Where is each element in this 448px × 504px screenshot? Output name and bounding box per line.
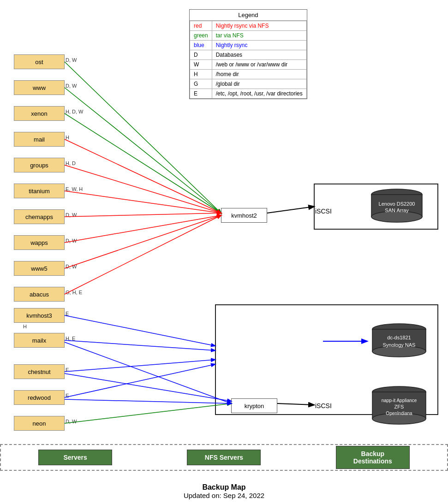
bottom-legend-bar: Servers NFS Servers Backup Destinations <box>0 444 448 471</box>
legend-e-label: E <box>190 89 212 99</box>
ann-chestnut: E <box>66 367 69 373</box>
svg-line-33 <box>65 364 215 397</box>
legend-red-value: Nightly rsync via NFS <box>212 21 306 31</box>
nfs-kvmhost2: kvmhost2 <box>221 208 267 223</box>
legend-w-value: /web or /www or /var/www dir <box>212 60 306 70</box>
cylinder-synology: dc-ds1821 Synology NAS <box>369 323 429 361</box>
ann-xenon: H, D, W <box>66 109 84 114</box>
svg-text:Lenovo DS2200: Lenovo DS2200 <box>379 201 415 207</box>
server-www5: www5 <box>14 261 65 276</box>
cylinder-napp: napp-it Appliance ZFS OpenIndiana <box>369 385 429 428</box>
legend-header: Legend <box>190 10 307 21</box>
legend-g-label: G <box>190 79 212 89</box>
svg-line-17 <box>65 88 221 213</box>
ann-chemapps: D, W <box>66 212 77 218</box>
footer: Backup Map Updated on: Sep 24, 2022 <box>0 483 448 499</box>
server-mail: mail <box>14 132 65 147</box>
server-www: www <box>14 80 65 95</box>
legend-d-label: D <box>190 50 212 60</box>
footer-subtitle: Updated on: Sep 24, 2022 <box>0 492 448 499</box>
ann-www: D, W <box>66 83 77 89</box>
svg-text:dc-ds1821: dc-ds1821 <box>387 335 411 340</box>
svg-text:OpenIndiana: OpenIndiana <box>386 411 412 416</box>
server-wapps: wapps <box>14 235 65 250</box>
bottom-servers-label: Servers <box>38 450 112 465</box>
legend-w-label: W <box>190 60 212 70</box>
server-redwood: redwood <box>14 390 65 405</box>
iscsi-label-napp: iSCSI <box>315 402 332 409</box>
ann-kvmhost3-e: E <box>66 311 69 316</box>
legend: Legend redNightly rsync via NFS greentar… <box>189 9 307 99</box>
server-abacus: abacus <box>14 287 65 302</box>
ann-groups: H, D <box>66 160 76 166</box>
svg-line-19 <box>65 403 231 423</box>
server-mailx: mailx <box>14 333 65 348</box>
legend-g-value: /global dir <box>212 79 306 89</box>
legend-h-value: /home dir <box>212 70 306 79</box>
svg-line-21 <box>65 165 221 213</box>
server-titanium: titanium <box>14 184 65 198</box>
server-kvmhost3: kvmhost3 <box>14 308 65 323</box>
footer-title: Backup Map <box>0 483 448 492</box>
svg-line-24 <box>65 215 221 243</box>
legend-blue-value: Nightly rsync <box>212 41 306 50</box>
legend-blue-label: blue <box>190 41 212 50</box>
legend-green-label: green <box>190 31 212 41</box>
svg-line-27 <box>267 207 314 213</box>
server-neon: neon <box>14 416 65 431</box>
ann-wapps: D, W <box>66 238 77 243</box>
legend-d-value: Databases <box>212 50 306 60</box>
svg-text:napp-it Appliance: napp-it Appliance <box>382 398 417 403</box>
svg-line-22 <box>65 191 221 213</box>
ann-redwood: E <box>66 393 69 398</box>
server-chestnut: chestnut <box>14 364 65 379</box>
legend-e-value: /etc, /opt, /root, /usr, /var directorie… <box>212 89 306 99</box>
nfs-krypton: krypton <box>231 398 277 413</box>
ann-mailx: H, E <box>66 336 75 341</box>
main-container: ost D, W www D, W xenon H, D, W mail H g… <box>0 0 448 504</box>
svg-line-29 <box>65 340 215 350</box>
bottom-nfs-label: NFS Servers <box>187 450 261 465</box>
svg-text:SAN Array: SAN Array <box>385 208 409 213</box>
svg-line-25 <box>65 215 221 268</box>
iscsi-label-lenovo: iSCSI <box>315 208 332 215</box>
server-xenon: xenon <box>14 106 65 121</box>
legend-green-value: tar via NFS <box>212 31 306 41</box>
svg-line-18 <box>65 113 221 213</box>
server-chemapps: chemapps <box>14 209 65 224</box>
ann-neon: D, W <box>66 419 77 424</box>
ann-www5: D, W <box>66 264 77 269</box>
server-ost: ost <box>14 54 65 69</box>
svg-line-20 <box>65 139 221 213</box>
svg-line-28 <box>65 315 215 346</box>
ann-titanium: E, W, H <box>66 186 83 192</box>
svg-line-32 <box>65 374 231 401</box>
svg-line-26 <box>65 215 221 294</box>
legend-red-label: red <box>190 21 212 31</box>
svg-text:ZFS: ZFS <box>394 404 404 409</box>
ann-abacus: G, H, E <box>66 290 82 295</box>
ann-ost: D, W <box>66 57 77 63</box>
svg-line-34 <box>65 399 231 403</box>
bottom-backup-label: Backup Destinations <box>336 446 410 469</box>
ann-kvmhost3-h: H <box>23 324 27 329</box>
svg-line-23 <box>65 213 221 217</box>
svg-line-31 <box>65 360 215 372</box>
svg-line-30 <box>65 342 231 403</box>
svg-text:Synology NAS: Synology NAS <box>383 342 416 348</box>
cylinder-lenovo: Lenovo DS2200 SAN Array <box>369 188 424 226</box>
legend-h-label: H <box>190 70 212 79</box>
server-groups: groups <box>14 158 65 172</box>
ann-mail: H <box>66 135 69 140</box>
